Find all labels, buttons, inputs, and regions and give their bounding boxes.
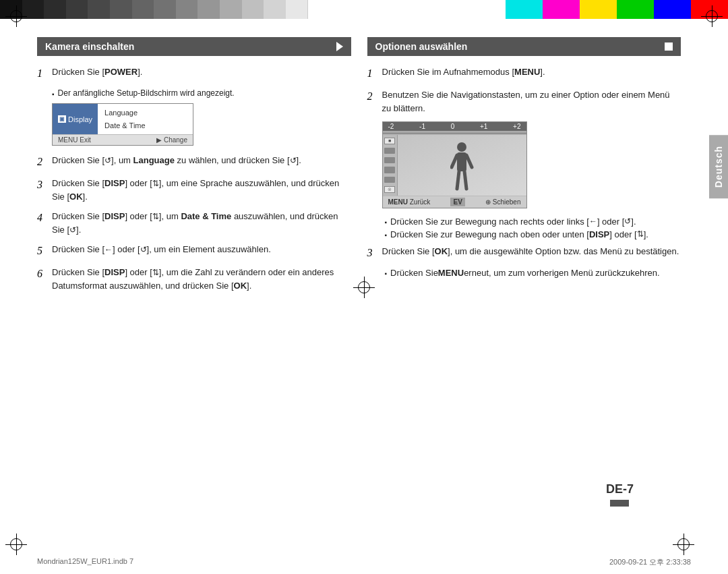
reg-mark-top-right xyxy=(701,5,723,27)
ev-val-neg2: -2 xyxy=(388,123,394,130)
footer-right: 2009-09-21 오후 2:33:38 xyxy=(609,557,691,567)
step-num-3: 3 xyxy=(37,177,52,203)
step-text-3: Drücken Sie [DISP] oder [⇅], um eine Spr… xyxy=(52,177,351,203)
svg-line-3 xyxy=(466,155,472,167)
footer-left: Mondrian125W_EUR1.indb 7 xyxy=(37,557,133,567)
camera-bottom-left: MENU Exit xyxy=(58,136,91,144)
step-5: 5 Drücken Sie [←] oder [↺], um ein Eleme… xyxy=(37,243,351,259)
ev-val-pos1: +1 xyxy=(480,123,487,130)
ev-bottom-right: ⊕ Schieben xyxy=(485,198,520,206)
right-step-2: 2 Benutzen Sie die Navigationstasten, um… xyxy=(367,88,681,115)
section-header-right: Optionen auswählen xyxy=(367,37,681,56)
camera-bottom-right: ▶ Change xyxy=(156,136,187,144)
right-step-2-bullet-1: Drücken Sie zur Bewegung nach rechts ode… xyxy=(382,217,681,227)
step-3: 3 Drücken Sie [DISP] oder [⇅], um eine S… xyxy=(37,177,351,203)
right-column: Optionen auswählen 1 Drücken Sie im Aufn… xyxy=(367,37,681,547)
ev-icon-bottom: ⊗ xyxy=(384,186,395,193)
ev-icon-2 xyxy=(384,157,395,163)
step-num-4: 4 xyxy=(37,210,52,236)
svg-line-5 xyxy=(464,171,466,189)
right-step-text-2: Benutzen Sie die Navigationstasten, um z… xyxy=(382,88,681,115)
arrow-icon xyxy=(336,42,343,51)
right-step-num-3: 3 xyxy=(367,245,382,261)
camera-screen-mockup: ▣ Display Language Date & Time MENU Exit… xyxy=(52,103,351,146)
page-number: DE-7 xyxy=(606,482,634,496)
camera-item-datetime: Date & Time xyxy=(104,119,146,132)
reg-mark-top-left xyxy=(5,5,27,27)
right-step-text-1: Drücken Sie im Aufnahmemodus [MENU]. xyxy=(382,65,681,82)
section-title-left: Kamera einschalten xyxy=(45,41,134,52)
svg-line-4 xyxy=(457,171,459,189)
svg-point-0 xyxy=(457,142,466,152)
step-text-1: Drücken Sie [POWER]. xyxy=(52,65,351,82)
person-silhouette xyxy=(450,140,474,193)
step-text-4: Drücken Sie [DISP] oder [⇅], um Date & T… xyxy=(52,210,351,236)
ev-bottom-left: MENU Zurück xyxy=(388,198,431,206)
ev-icon-3 xyxy=(384,167,395,173)
square-icon xyxy=(665,42,673,51)
step-6: 6 Drücken Sie [DISP] oder [⇅], um die Za… xyxy=(37,266,351,292)
step-text-5: Drücken Sie [←] oder [↺], um ein Element… xyxy=(52,243,351,259)
step-4: 4 Drücken Sie [DISP] oder [⇅], um Date &… xyxy=(37,210,351,236)
ev-val-pos2: +2 xyxy=(513,123,520,130)
footer: Mondrian125W_EUR1.indb 7 2009-09-21 오후 2… xyxy=(37,557,691,567)
ev-icon-menu: ■ xyxy=(384,138,395,144)
camera-menu-label: Display xyxy=(68,115,92,123)
page-number-area: DE-7 xyxy=(606,482,634,507)
left-column: Kamera einschalten 1 Drücken Sie [POWER]… xyxy=(37,37,351,547)
camera-item-language: Language xyxy=(104,107,146,119)
section-title-right: Optionen auswählen xyxy=(375,41,468,52)
step-text-6: Drücken Sie [DISP] oder [⇅], um die Zahl… xyxy=(52,266,351,292)
step-num-1: 1 xyxy=(37,65,52,82)
menu-icon: ▣ xyxy=(58,115,66,123)
svg-line-2 xyxy=(452,155,457,167)
right-step-num-2: 2 xyxy=(367,88,382,115)
step-1-bullet: Der anfängliche Setup-Bildschirm wird an… xyxy=(37,88,351,98)
language-tab: Deutsch xyxy=(709,135,728,198)
right-step-1: 1 Drücken Sie im Aufnahmemodus [MENU]. xyxy=(367,65,681,82)
right-step-text-3: Drücken Sie [OK], um die ausgewählte Opt… xyxy=(382,245,681,261)
ev-val-neg1: -1 xyxy=(419,123,425,130)
ev-screen-mockup: -2 -1 0 +1 +2 ■ xyxy=(382,121,681,208)
page-bar xyxy=(610,500,629,507)
step-text-2: Drücken Sie [↺], um Language zu wählen, … xyxy=(52,154,351,170)
reg-mark-bottom-left xyxy=(5,534,27,555)
ev-icon-1 xyxy=(384,148,395,154)
step-2: 2 Drücken Sie [↺], um Language zu wählen… xyxy=(37,154,351,170)
ev-val-0: 0 xyxy=(451,123,455,130)
right-step-3-bullet-1: Drücken Sie MENU erneut, um zum vorherig… xyxy=(382,268,681,278)
step-num-5: 5 xyxy=(37,243,52,259)
step-num-2: 2 xyxy=(37,154,52,170)
right-step-num-1: 1 xyxy=(367,65,382,82)
step-num-6: 6 xyxy=(37,266,52,292)
ev-label: EV xyxy=(450,198,464,206)
right-step-2-bullet-2: Drücken Sie zur Bewegung nach oben oder … xyxy=(382,229,681,239)
step-2-bullets: Drücken Sie zur Bewegung nach rechts ode… xyxy=(382,217,681,239)
section-header-left: Kamera einschalten xyxy=(37,37,351,56)
right-step-3: 3 Drücken Sie [OK], um die ausgewählte O… xyxy=(367,245,681,261)
step-1: 1 Drücken Sie [POWER]. xyxy=(37,65,351,82)
step-3-bullets: Drücken Sie MENU erneut, um zum vorherig… xyxy=(382,268,681,278)
ev-icon-4 xyxy=(384,177,395,183)
ev-photo-area xyxy=(398,135,526,196)
